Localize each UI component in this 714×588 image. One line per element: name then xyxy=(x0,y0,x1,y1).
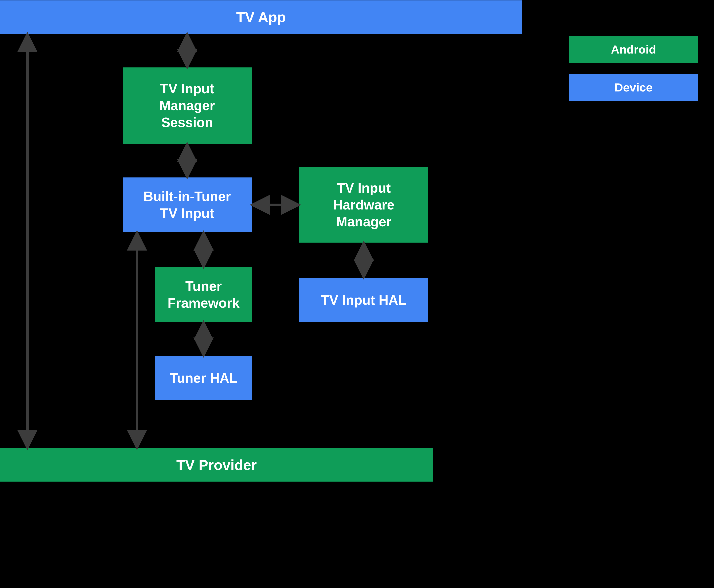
box-tv-app: TV App xyxy=(0,0,522,34)
box-tv-input-hardware-manager: TV InputHardwareManager xyxy=(299,167,428,243)
arrow-manager-session-to-builtin-tuner xyxy=(183,144,191,177)
box-tv-input-hal: TV Input HAL xyxy=(299,278,428,322)
legend-device: Device xyxy=(569,74,698,101)
box-tuner-framework: TunerFramework xyxy=(155,267,252,322)
arrow-hardware-manager-to-input-hal xyxy=(359,243,368,278)
arrow-builtin-tuner-to-tuner-framework xyxy=(200,232,208,267)
arrow-tv-app-to-manager-session xyxy=(183,34,191,67)
box-built-in-tuner-tv-input: Built-in-TunerTV Input xyxy=(123,177,252,232)
box-tv-provider: TV Provider xyxy=(0,448,433,482)
arrow-tv-app-to-tv-provider xyxy=(23,34,31,448)
box-tv-input-manager-session: TV InputManagerSession xyxy=(123,67,252,144)
box-tuner-hal: Tuner HAL xyxy=(155,356,252,400)
legend-android: Android xyxy=(569,36,698,63)
arrow-builtin-tuner-to-hardware-manager xyxy=(252,201,299,209)
arrow-builtin-tuner-to-tv-provider xyxy=(133,232,141,448)
arrow-tuner-framework-to-tuner-hal xyxy=(200,322,208,356)
